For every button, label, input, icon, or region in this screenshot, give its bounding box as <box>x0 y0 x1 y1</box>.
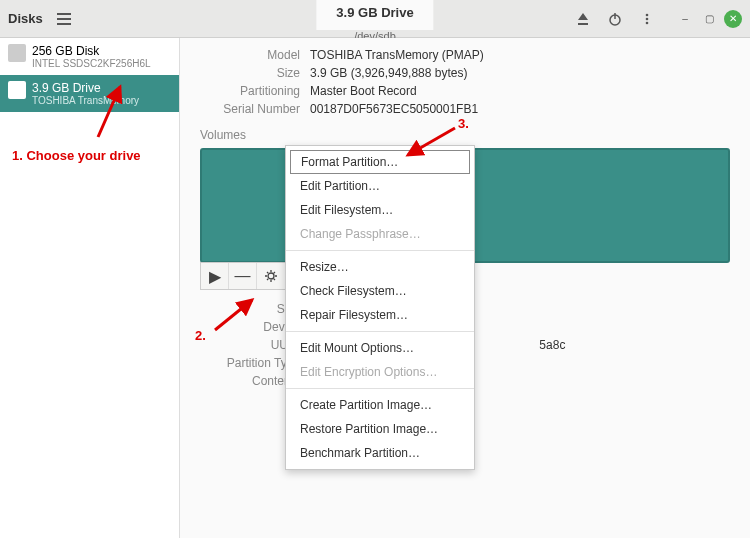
annotation-arrow-2 <box>210 295 260 335</box>
svg-point-3 <box>646 17 649 20</box>
maximize-button[interactable]: ▢ <box>700 10 718 28</box>
title-center: 3.9 GB Drive /dev/sdb <box>316 0 433 42</box>
value-partitioning: Master Boot Record <box>310 84 417 98</box>
gear-button[interactable] <box>257 263 285 289</box>
annotation-arrow-1 <box>90 82 130 142</box>
delete-partition-button[interactable]: — <box>229 263 257 289</box>
eject-button[interactable] <box>570 6 596 32</box>
drive-item-256gb[interactable]: 256 GB Disk INTEL SSDSC2KF256H6L <box>0 38 179 75</box>
volume-toolbar: ▶ — <box>200 262 286 290</box>
menu-separator <box>286 388 474 389</box>
close-button[interactable]: ✕ <box>724 10 742 28</box>
annotation-arrow-3 <box>400 125 460 160</box>
svg-point-2 <box>646 13 649 16</box>
menu-separator <box>286 250 474 251</box>
minimize-button[interactable]: – <box>676 10 694 28</box>
value-serial: 00187D0F5673EC5050001FB1 <box>310 102 478 116</box>
label-serial: Serial Number <box>200 102 300 116</box>
disk-icon <box>8 44 26 62</box>
menu-edit-partition[interactable]: Edit Partition… <box>286 174 474 198</box>
volumes-header: Volumes <box>200 128 730 142</box>
svg-line-7 <box>215 300 252 330</box>
value-uuid-tail: 5a8c <box>539 338 565 352</box>
label-size: Size <box>200 66 300 80</box>
menu-change-passphrase: Change Passphrase… <box>286 222 474 246</box>
drive-detail: INTEL SSDSC2KF256H6L <box>32 58 151 69</box>
menu-repair-filesystem[interactable]: Repair Filesystem… <box>286 303 474 327</box>
app-title: Disks <box>8 11 43 26</box>
label-partitioning: Partitioning <box>200 84 300 98</box>
menu-edit-filesystem[interactable]: Edit Filesystem… <box>286 198 474 222</box>
menu-benchmark-partition[interactable]: Benchmark Partition… <box>286 441 474 465</box>
svg-line-8 <box>408 128 455 155</box>
menu-check-filesystem[interactable]: Check Filesystem… <box>286 279 474 303</box>
hamburger-menu-button[interactable] <box>51 6 77 32</box>
power-button[interactable] <box>602 6 628 32</box>
usb-icon <box>8 81 26 99</box>
drive-name: 256 GB Disk <box>32 44 151 58</box>
menu-separator <box>286 331 474 332</box>
menu-resize[interactable]: Resize… <box>286 255 474 279</box>
value-size: 3.9 GB (3,926,949,888 bytes) <box>310 66 467 80</box>
svg-line-6 <box>98 87 120 137</box>
menu-edit-mount-options[interactable]: Edit Mount Options… <box>286 336 474 360</box>
value-model: TOSHIBA TransMemory (PMAP) <box>310 48 484 62</box>
gear-popup-menu: Format Partition… Edit Partition… Edit F… <box>285 145 475 470</box>
svg-point-5 <box>268 273 274 279</box>
menu-create-partition-image[interactable]: Create Partition Image… <box>286 393 474 417</box>
drive-title: 3.9 GB Drive <box>316 0 433 30</box>
titlebar: Disks 3.9 GB Drive /dev/sdb – ▢ ✕ <box>0 0 750 38</box>
menu-edit-encryption-options: Edit Encryption Options… <box>286 360 474 384</box>
label-model: Model <box>200 48 300 62</box>
kebab-menu-button[interactable] <box>634 6 660 32</box>
menu-restore-partition-image[interactable]: Restore Partition Image… <box>286 417 474 441</box>
mount-button[interactable]: ▶ <box>201 263 229 289</box>
svg-point-4 <box>646 21 649 24</box>
